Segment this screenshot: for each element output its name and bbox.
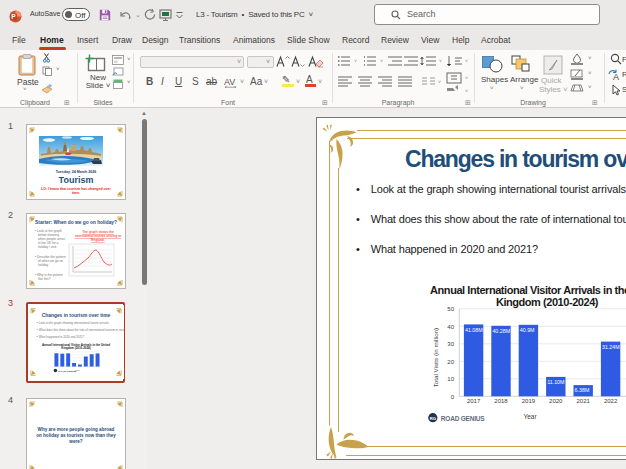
svg-text:40.9M: 40.9M [520,327,535,333]
svg-text:AV: AV [224,77,235,87]
svg-text:Year: Year [523,413,537,420]
svg-text:• What does this show about t: • What does this show about the rate of … [37,328,124,332]
svg-text:ROAD GENIUS: ROAD GENIUS [441,415,486,422]
svg-text:Why are more people going abro: Why are more people going abroad [38,427,115,432]
svg-text:˅: ˅ [380,58,383,64]
svg-text:2020: 2020 [549,398,563,404]
svg-text:on holiday as tourists now tha: on holiday as tourists now than they [36,433,116,438]
svg-text:˅: ˅ [465,58,468,64]
svg-text:2018: 2018 [494,398,508,404]
svg-text:˅: ˅ [438,79,441,85]
svg-text:40.28M: 40.28M [492,328,510,334]
svg-text:31.24M: 31.24M [602,344,620,350]
svg-text:˅: ˅ [354,58,357,64]
svg-text:41.08M: 41.08M [465,327,483,333]
svg-text:were?: were? [68,439,82,444]
svg-text:• Look at the graph showing i: • Look at the graph showing internationa… [37,321,110,325]
svg-text:Starter: When do we go on holi: Starter: When do we go on holiday? [35,220,117,225]
svg-text:Kingdom (2010-2024): Kingdom (2010-2024) [496,296,599,308]
svg-text:Total Visits (in million): Total Visits (in million) [433,328,440,387]
svg-text:• What happened in 2020 and 2: • What happened in 2020 and 2021? [37,335,85,339]
svg-text:6.38M: 6.38M [575,387,590,393]
svg-text:Tourism: Tourism [59,175,94,185]
svg-text:holiday.: holiday. [38,263,49,267]
svg-text:˅: ˅ [465,88,468,93]
svg-text:0: 0 [451,394,455,400]
svg-text:Annual International Visitor A: Annual International Visitor Arrivals in… [430,284,626,296]
svg-text:Kingdom (2010-2024): Kingdom (2010-2024) [61,346,90,350]
svg-text:time.: time. [72,191,80,195]
svg-text:like this?: like this? [38,277,51,281]
svg-text:RG: RG [430,416,436,421]
svg-text:11.10M: 11.10M [547,379,564,385]
svg-text:20: 20 [447,359,454,365]
svg-text:40: 40 [447,324,454,330]
svg-text:A: A [613,72,619,81]
svg-text:Changes in tourism over time: Changes in tourism over time [42,313,111,318]
svg-text:2019: 2019 [522,398,536,404]
svg-text:Year: Year [74,369,79,372]
svg-text:50: 50 [447,306,454,312]
svg-text:holiday / visit.: holiday / visit. [38,245,57,249]
svg-text:P: P [11,13,16,20]
svg-text:2021: 2021 [577,398,591,404]
svg-text:˅: ˅ [439,58,442,64]
svg-text:England.: England. [91,238,104,242]
svg-text:˅: ˅ [465,75,468,81]
svg-text:2017: 2017 [467,398,481,404]
svg-text:30: 30 [447,341,454,347]
svg-text:10: 10 [447,376,454,382]
svg-text:Tuesday, 24 March 2026: Tuesday, 24 March 2026 [56,170,97,174]
svg-text:2022: 2022 [604,398,618,404]
